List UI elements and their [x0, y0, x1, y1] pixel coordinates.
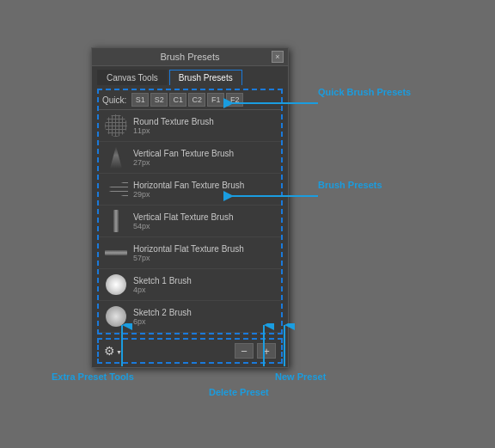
- tab-brush-presets[interactable]: Brush Presets: [169, 70, 242, 85]
- brush-size: 11px: [133, 126, 214, 135]
- brush-size: 27px: [133, 158, 234, 167]
- minus-icon: −: [241, 346, 248, 357]
- brush-info: Horizontal Flat Texture Brush 57px: [133, 244, 244, 262]
- brush-thumbnail: [104, 273, 128, 297]
- brush-name: Sketch 1 Brush: [133, 276, 192, 285]
- tab-canvas-tools[interactable]: Canvas Tools: [97, 70, 168, 85]
- quick-brush-arrow-svg: [219, 93, 322, 114]
- delete-preset-button[interactable]: −: [235, 343, 254, 359]
- brush-thumbnail: [104, 209, 128, 233]
- brush-info: Sketch 1 Brush 4px: [133, 276, 192, 294]
- brush-presets-label: Brush Presets: [318, 180, 382, 190]
- brush-thumbnail: [104, 145, 128, 169]
- brush-size: 6px: [133, 317, 192, 326]
- delete-preset-label: Delete Preset: [209, 387, 269, 397]
- brush-info: Vertical Fan Texture Brush 27px: [133, 149, 234, 167]
- brush-size: 57px: [133, 254, 244, 262]
- tabs-bar: Canvas Tools Brush Presets: [92, 66, 288, 85]
- brush-thumbnail: [104, 114, 128, 138]
- close-icon: ×: [275, 53, 279, 61]
- brush-presets-arrow-svg: [219, 186, 322, 206]
- brush-name: Vertical Fan Texture Brush: [133, 149, 234, 158]
- quick-brush-presets-label: Quick Brush Presets: [318, 87, 411, 97]
- brush-name: Sketch 2 Brush: [133, 308, 192, 317]
- brush-thumbnail: [104, 241, 128, 265]
- new-preset-label: New Preset: [275, 371, 326, 382]
- brush-info: Vertical Flat Texture Brush 54px: [133, 212, 234, 230]
- new-preset-arrow-svg: [274, 323, 295, 371]
- extra-preset-arrow-svg: [112, 323, 132, 371]
- close-button[interactable]: ×: [272, 51, 284, 63]
- title-bar: Brush Presets ×: [92, 48, 288, 66]
- list-item[interactable]: Round Texture Brush 11px: [99, 110, 281, 142]
- brush-size: 4px: [133, 285, 192, 294]
- content-area: Quick: S1 S2 C1 C2 F1 F2 Round T: [97, 89, 283, 334]
- quick-btn-c1[interactable]: C1: [169, 93, 186, 107]
- list-item[interactable]: Horizontal Flat Texture Brush 57px: [99, 237, 281, 269]
- brush-info: Sketch 2 Brush 6px: [133, 308, 192, 326]
- brush-list: Round Texture Brush 11px Vertical Fan Te…: [99, 110, 281, 333]
- brush-name: Round Texture Brush: [133, 117, 214, 126]
- brush-info: Round Texture Brush 11px: [133, 117, 214, 135]
- list-item[interactable]: Sketch 1 Brush 4px: [99, 269, 281, 301]
- brush-name: Vertical Flat Texture Brush: [133, 212, 234, 222]
- quick-btn-s1[interactable]: S1: [131, 93, 149, 107]
- delete-preset-arrow-svg: [254, 323, 274, 371]
- extra-preset-tools-label: Extra Preset Tools: [52, 371, 134, 382]
- list-item[interactable]: Vertical Fan Texture Brush 27px: [99, 142, 281, 174]
- quick-btn-s2[interactable]: S2: [150, 93, 168, 107]
- brush-size: 54px: [133, 222, 234, 230]
- quick-btn-c2[interactable]: C2: [188, 93, 205, 107]
- list-item[interactable]: Vertical Flat Texture Brush 54px: [99, 206, 281, 237]
- brush-thumbnail: [104, 177, 128, 201]
- brush-name: Horizontal Flat Texture Brush: [133, 244, 244, 254]
- panel-title: Brush Presets: [160, 52, 219, 62]
- quick-label: Quick:: [102, 95, 126, 105]
